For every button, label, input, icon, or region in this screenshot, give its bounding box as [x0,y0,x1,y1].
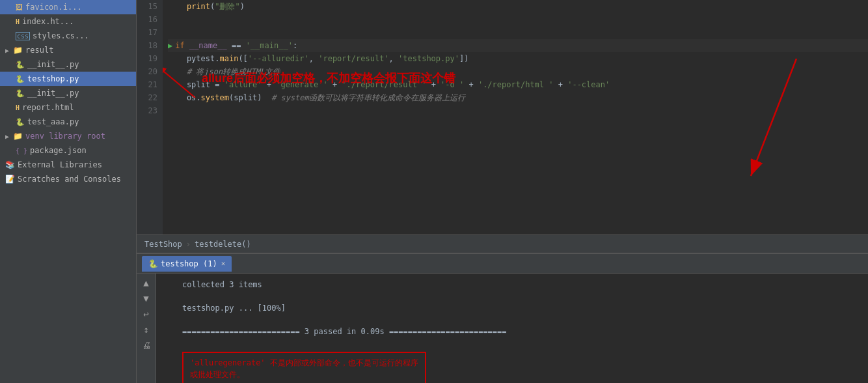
sidebar-item-init2[interactable]: 🐍 __init__.py [0,86,136,100]
bottom-content[interactable]: collected 3 items testshop.py ... [100%]… [156,274,868,383]
code-content[interactable]: print("删除") ▶ if __name__ == '__main__':… [163,0,868,234]
bottom-tab-icon: 🐍 [148,259,158,268]
editor-area: 15 16 17 18 19 20 21 22 23 print("删除") ▶ [137,0,868,383]
sidebar-item-report[interactable]: H report.html [0,100,136,115]
scroll-up-button[interactable]: ▲ [140,276,153,289]
bottom-tab-testshop[interactable]: 🐍 testshop (1) ✕ [142,256,232,272]
py-file-icon4: 🐍 [16,118,25,126]
breadcrumb-part2: testdelete() [195,240,251,249]
code-line-20: # 将json转换成HTML文件 [168,65,868,78]
sidebar-item-index[interactable]: H index.ht... [0,14,136,29]
bottom-toolbar: ▲ ▼ ↩ ↕ 🖨 [137,274,156,383]
sidebar-item-favicon[interactable]: 🖼 favicon.i... [0,0,136,14]
line-numbers: 15 16 17 18 19 20 21 22 23 [137,0,163,234]
sidebar-item-init1[interactable]: 🐍 __init__.py [0,57,136,72]
breadcrumb: TestShop › testdelete() [137,234,868,253]
console-line-1: collected 3 items [182,279,863,291]
sidebar-item-testshop[interactable]: 🐍 testshop.py [0,72,136,86]
code-line-17 [168,26,868,39]
print-button[interactable]: 🖨 [140,339,153,352]
bottom-panel: 🐍 testshop (1) ✕ ▲ ▼ ↩ ↕ 🖨 collected 3 i… [137,253,868,383]
bottom-tab-close[interactable]: ✕ [221,259,226,268]
bottom-panel-inner: ▲ ▼ ↩ ↕ 🖨 collected 3 items testshop.py … [137,274,868,383]
error-text-line2: 或批处理文件。 [190,369,418,380]
json-file-icon: { } [16,147,27,154]
sidebar-item-styles[interactable]: css styles.cs... [0,29,136,43]
favicon-icon: 🖼 [16,3,23,12]
code-line-19: pytest.main(['--alluredir', 'report/resu… [168,52,868,65]
sidebar-item-extlib[interactable]: 📚 External Libraries [0,158,136,172]
py-file-icon2: 🐍 [16,75,25,83]
venv-arrow-icon: ▶ [5,133,9,140]
code-view: 15 16 17 18 19 20 21 22 23 print("删除") ▶ [137,0,868,234]
code-line-18: ▶ if __name__ == '__main__': [168,39,868,52]
sidebar-item-venv[interactable]: ▶ 📁 venv library root [0,129,136,143]
scratch-icon: 📝 [5,175,15,184]
extlib-icon: 📚 [5,160,15,169]
css-file-icon: css [16,32,30,40]
console-line-5: ========================= 3 passed in 0.… [182,326,863,337]
code-line-16 [168,13,868,26]
folder-arrow-icon: ▶ [5,47,9,54]
code-line-15: print("删除") [168,0,868,13]
code-line-22: os.system(split) # system函数可以将字符串转化成命令在服… [168,91,868,104]
wrap-button[interactable]: ↩ [140,307,153,320]
scroll-down-button[interactable]: ▼ [140,292,153,305]
console-line-3: testshop.py ... [100%] [182,302,863,314]
main-area: 🖼 favicon.i... H index.ht... css styles.… [0,0,868,383]
expand-button[interactable]: ↕ [140,323,153,336]
sidebar-item-result[interactable]: ▶ 📁 result [0,43,136,57]
console-line-4 [182,314,863,326]
sidebar: 🖼 favicon.i... H index.ht... css styles.… [0,0,137,383]
sidebar-item-scratch[interactable]: 📝 Scratches and Consoles [0,172,136,186]
bottom-tab-label: testshop (1) [161,259,217,268]
error-text-line1: 'alluregenerate' 不是内部或外部命令，也不是可运行的程序 [190,357,418,369]
console-line-2 [182,291,863,302]
folder-icon: 📁 [13,46,23,55]
bottom-tabs: 🐍 testshop (1) ✕ [137,254,868,274]
html-file-icon: H [16,18,20,25]
py-file-icon1: 🐍 [16,61,25,69]
code-line-21: split = 'allure' + 'generate ' + './repo… [168,78,868,91]
venv-folder-icon: 📁 [13,132,23,141]
console-line-6 [182,337,863,349]
sidebar-item-package[interactable]: { } package.json [0,143,136,158]
py-file-icon3: 🐍 [16,89,25,98]
breadcrumb-separator: › [186,240,191,249]
html-file-icon2: H [16,104,20,111]
code-line-23 [168,104,868,117]
sidebar-item-testaaa[interactable]: 🐍 test_aaa.py [0,115,136,129]
error-box: 'alluregenerate' 不是内部或外部命令，也不是可运行的程序 或批处… [182,352,426,383]
breadcrumb-part1: TestShop [144,240,182,249]
